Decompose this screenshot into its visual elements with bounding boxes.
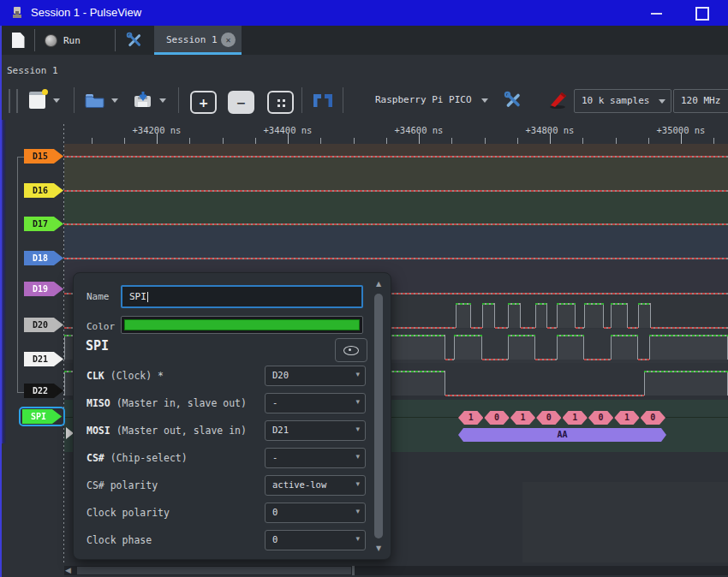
signal-high-d20 bbox=[508, 303, 521, 305]
signal-low-d20 bbox=[471, 327, 482, 329]
signal-pulse-d21 bbox=[649, 336, 728, 360]
channel-tag-d15[interactable]: D15 bbox=[24, 149, 63, 164]
dialog-scrollbar[interactable]: ▲ ▼ bbox=[373, 280, 385, 552]
option-dropdown-clock-phase[interactable]: 0▾ bbox=[265, 530, 366, 550]
option-dropdown-mosi[interactable]: D21▾ bbox=[265, 420, 366, 441]
scroll-left-icon[interactable]: ◀ bbox=[65, 566, 71, 575]
device-selector[interactable]: Raspberry Pi PICO bbox=[375, 94, 472, 105]
decoder-option-clock-phase: Clock phase0▾ bbox=[74, 530, 391, 550]
option-dropdown-miso[interactable]: -▾ bbox=[265, 393, 366, 413]
channel-tag-d19[interactable]: D19 bbox=[24, 282, 63, 296]
signal-low-d20 bbox=[576, 327, 584, 329]
device-config-button[interactable] bbox=[501, 89, 525, 111]
sample-count-value: 10 k samples bbox=[582, 95, 649, 106]
signal-low-d20 bbox=[604, 327, 611, 329]
channel-tag-d18[interactable]: D18 bbox=[24, 251, 63, 265]
decoder-option-miso: MISO (Master in, slave out)-▾ bbox=[74, 393, 391, 413]
signal-pulse-d20 bbox=[638, 304, 651, 328]
run-button[interactable]: Run bbox=[45, 30, 104, 51]
signal-high-d20 bbox=[535, 303, 547, 305]
chevron-down-icon: ▾ bbox=[355, 370, 360, 378]
scroll-up-icon[interactable]: ▲ bbox=[373, 280, 384, 288]
channel-tag-selected[interactable]: SPI bbox=[19, 407, 65, 426]
channel-group-bracket bbox=[17, 157, 24, 393]
run-led-icon bbox=[45, 34, 57, 47]
option-dropdown-cs[interactable]: -▾ bbox=[265, 448, 366, 468]
signal-low-d21 bbox=[638, 359, 649, 360]
signal-high-d21 bbox=[557, 335, 584, 336]
settings-button[interactable] bbox=[123, 30, 146, 51]
signal-high-d20 bbox=[584, 303, 604, 305]
option-label: CS# (Chip-select) bbox=[87, 448, 188, 468]
sample-rate-select[interactable]: 120 MHz bbox=[673, 89, 728, 113]
scroll-down-icon[interactable]: ▼ bbox=[373, 544, 384, 552]
ruler-tick bbox=[616, 138, 617, 144]
ruler-tick bbox=[92, 138, 92, 144]
decoder-option-cs-polarity: CS# polarityactive-low▾ bbox=[74, 475, 391, 496]
name-input[interactable]: SPI bbox=[121, 285, 363, 308]
signal-pulse-d21 bbox=[557, 336, 584, 360]
scrollbar-thumb[interactable] bbox=[374, 294, 383, 538]
wrench-icon bbox=[125, 31, 144, 50]
zoom-in-button[interactable]: + bbox=[190, 91, 217, 114]
maximize-button[interactable] bbox=[695, 7, 709, 21]
ruler-tick bbox=[681, 133, 682, 144]
new-session-button[interactable] bbox=[7, 30, 29, 51]
signal-high-d20 bbox=[611, 303, 628, 305]
signal-high-d20 bbox=[482, 303, 495, 305]
save-button[interactable] bbox=[130, 88, 154, 111]
minimize-button[interactable] bbox=[649, 7, 665, 19]
decoder-option-cs: CS# (Chip-select)-▾ bbox=[74, 448, 391, 468]
minimize-icon bbox=[651, 13, 662, 15]
toolbar-separator bbox=[34, 29, 35, 51]
channel-tag-d22[interactable]: D22 bbox=[24, 384, 63, 398]
option-dropdown-clk[interactable]: D20▾ bbox=[265, 366, 366, 386]
new-view-button[interactable] bbox=[26, 89, 48, 111]
signal-low-d20 bbox=[547, 327, 557, 329]
decoder-option-clock-polarity: Clock polarity0▾ bbox=[74, 503, 391, 523]
sample-count-select[interactable]: 10 k samples bbox=[574, 89, 671, 113]
option-dropdown-cs-polarity[interactable]: active-low▾ bbox=[265, 475, 366, 496]
channels-button[interactable] bbox=[546, 89, 570, 111]
trace-background-panel bbox=[522, 482, 728, 562]
zoom-fit-button[interactable] bbox=[267, 91, 294, 114]
channel-tag-d16[interactable]: D16 bbox=[24, 183, 63, 198]
channel-tag-d20[interactable]: D20 bbox=[24, 318, 63, 332]
signal-low-d21 bbox=[445, 359, 454, 360]
ruler-tick bbox=[419, 133, 420, 144]
option-label: CS# polarity bbox=[87, 475, 158, 496]
close-icon[interactable]: ✕ bbox=[221, 33, 236, 47]
toolbar-separator bbox=[74, 87, 75, 113]
color-swatch-button[interactable] bbox=[121, 316, 363, 334]
device-dropdown-icon[interactable] bbox=[481, 98, 488, 103]
ruler-tick bbox=[320, 138, 321, 144]
signal-pulse-d22 bbox=[644, 372, 728, 396]
channel-tag-d17[interactable]: D17 bbox=[24, 217, 63, 231]
new-view-icon bbox=[29, 92, 45, 109]
decode-data: AA bbox=[458, 428, 666, 442]
dropdown-value: - bbox=[272, 397, 277, 407]
sample-rate-value: 120 MHz bbox=[681, 95, 720, 106]
add-decoder-button[interactable] bbox=[310, 89, 336, 111]
chevron-down-icon: ▾ bbox=[355, 397, 360, 406]
signal-pulse-d21 bbox=[454, 336, 482, 360]
channel-tag-d21[interactable]: D21 bbox=[24, 352, 63, 366]
zoom-out-button[interactable]: − bbox=[228, 91, 254, 114]
ruler-tick bbox=[451, 138, 452, 144]
signal-pulse-d20 bbox=[557, 304, 576, 328]
chevron-down-icon: ▾ bbox=[355, 534, 360, 543]
ruler-tick bbox=[713, 138, 714, 144]
save-dropdown-icon[interactable] bbox=[159, 98, 166, 103]
option-label: Clock polarity bbox=[87, 503, 170, 523]
chevron-down-icon: ▾ bbox=[355, 507, 360, 515]
toolbar-drag-handle[interactable] bbox=[9, 89, 18, 113]
horizontal-scrollbar-thumb[interactable] bbox=[77, 567, 351, 574]
tab-session-1[interactable]: Session 1 ✕ bbox=[154, 26, 242, 55]
ruler-tick bbox=[157, 133, 158, 144]
open-button[interactable] bbox=[82, 89, 106, 111]
visibility-button[interactable] bbox=[335, 338, 367, 362]
new-view-dropdown-icon[interactable] bbox=[53, 98, 60, 103]
option-dropdown-clock-polarity[interactable]: 0▾ bbox=[265, 503, 366, 523]
open-dropdown-icon[interactable] bbox=[111, 98, 118, 103]
decoder-properties-dialog: Name SPI Color SPI CLK (Clock) *D20▾MISO… bbox=[73, 272, 391, 560]
